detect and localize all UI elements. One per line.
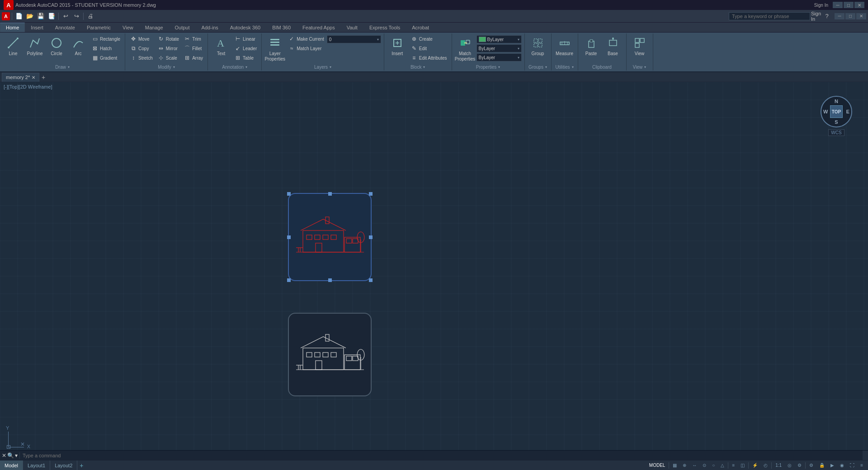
hatch-button[interactable]: ⊠ Hatch bbox=[90, 44, 122, 53]
arc-button[interactable]: Arc bbox=[68, 34, 89, 61]
tab-annotate[interactable]: Annotate bbox=[49, 23, 81, 32]
circle-button[interactable]: Circle bbox=[46, 34, 67, 61]
measure-button[interactable]: Measure bbox=[554, 34, 575, 61]
tab-view[interactable]: View bbox=[117, 23, 139, 32]
canvas-area[interactable]: [-][Top][2D Wireframe] N S E W TOP WCS bbox=[0, 82, 868, 470]
gradient-button[interactable]: ▦ Gradient bbox=[90, 53, 122, 62]
array-button[interactable]: ⊞ Array bbox=[182, 53, 205, 62]
minimize-inner-button[interactable]: ─ bbox=[835, 13, 844, 19]
insert-button[interactable]: Insert bbox=[387, 34, 408, 61]
annotation-visibility[interactable]: ◎ bbox=[785, 462, 794, 468]
lock-ui-button[interactable]: 🔒 bbox=[817, 462, 827, 468]
annotation-auto[interactable]: ⚙ bbox=[795, 462, 804, 468]
snap-button[interactable]: ⊕ bbox=[680, 462, 689, 468]
rotate-button[interactable]: ↻ Rotate bbox=[156, 34, 181, 43]
layout-tab-layout1[interactable]: Layout1 bbox=[23, 461, 50, 470]
mirror-button[interactable]: ⇔ Mirror bbox=[156, 44, 181, 53]
cmd-close-icon[interactable]: ✕ bbox=[2, 452, 6, 459]
workspace-button[interactable]: ⚙ bbox=[807, 462, 816, 468]
minimize-button[interactable]: ─ bbox=[833, 2, 843, 8]
polar-button[interactable]: ⊙ bbox=[700, 462, 708, 468]
clipboard-group-label[interactable]: Clipboard bbox=[581, 64, 623, 70]
transparency-button[interactable]: ◫ bbox=[738, 462, 747, 468]
match-layer-button[interactable]: ≈ Match Layer bbox=[286, 44, 326, 53]
edit-attributes-button[interactable]: ≡ Edit Attributes bbox=[409, 53, 449, 62]
command-scrollbar[interactable] bbox=[863, 451, 868, 460]
redo-button[interactable]: ↪ bbox=[71, 11, 81, 21]
table-button[interactable]: ⊞ Table bbox=[232, 53, 259, 62]
edit-button[interactable]: ✎ Edit bbox=[409, 44, 449, 53]
open-button[interactable]: 📂 bbox=[25, 11, 35, 21]
group-button[interactable]: Group bbox=[528, 34, 548, 61]
view-group-label[interactable]: View ▾ bbox=[629, 64, 650, 70]
document-tab-memory2[interactable]: memory 2* ✕ bbox=[2, 73, 39, 82]
match-properties-button[interactable]: Match Properties bbox=[455, 34, 476, 63]
layer-properties-button[interactable]: Layer Properties bbox=[264, 34, 285, 63]
add-layout-button[interactable]: + bbox=[77, 462, 85, 469]
linear-button[interactable]: ⊢ Linear bbox=[232, 34, 259, 43]
otrack-button[interactable]: △ bbox=[718, 462, 726, 468]
customize-button[interactable]: ≡ bbox=[858, 462, 865, 468]
new-button[interactable]: 📄 bbox=[14, 11, 24, 21]
view-button[interactable]: View bbox=[629, 34, 650, 61]
utilities-group-label[interactable]: Utilities ▾ bbox=[554, 64, 575, 70]
fillet-button[interactable]: ⌒ Fillet bbox=[182, 44, 205, 53]
modify-group-label[interactable]: Modify ▾ bbox=[128, 64, 205, 70]
tab-featured[interactable]: Featured Apps bbox=[297, 23, 341, 32]
search-input[interactable] bbox=[729, 12, 810, 20]
model-status-btn[interactable]: MODEL bbox=[647, 462, 668, 468]
tab-vault[interactable]: Vault bbox=[341, 23, 363, 32]
layer-select[interactable]: 0 ▾ bbox=[327, 35, 381, 43]
properties-group-label[interactable]: Properties ▾ bbox=[455, 64, 522, 70]
signin-link[interactable]: Sign In bbox=[811, 3, 832, 8]
base-button[interactable]: Base bbox=[603, 34, 623, 61]
copy-button[interactable]: ⧉ Copy bbox=[128, 44, 155, 53]
menu-icon[interactable]: A bbox=[2, 12, 10, 20]
close-inner-button[interactable]: ✕ bbox=[856, 13, 866, 19]
draw-group-label[interactable]: Draw ▾ bbox=[3, 64, 122, 70]
fullscreen-button[interactable]: ⛶ bbox=[848, 462, 857, 468]
tab-bim360[interactable]: BIM 360 bbox=[266, 23, 297, 32]
close-button[interactable]: ✕ bbox=[854, 2, 864, 8]
osnap-button[interactable]: ○ bbox=[710, 462, 717, 468]
annotation-group-label[interactable]: Annotation ▾ bbox=[211, 64, 259, 70]
cmd-menu-icon[interactable]: ▾ bbox=[15, 452, 18, 459]
make-current-button[interactable]: ✓ Make Current bbox=[286, 34, 326, 43]
color-select[interactable]: ByLayer ▾ bbox=[476, 35, 522, 43]
saveas-button[interactable]: 📑 bbox=[47, 11, 57, 21]
save-button[interactable]: 💾 bbox=[36, 11, 46, 21]
sc-button[interactable]: ◴ bbox=[761, 462, 770, 468]
annotation-scale[interactable]: 1:1 bbox=[773, 462, 784, 468]
plot-button[interactable]: 🖨 bbox=[85, 11, 95, 21]
tab-insert[interactable]: Insert bbox=[25, 23, 49, 32]
maximize-button[interactable]: □ bbox=[844, 2, 854, 8]
stretch-button[interactable]: ↕ Stretch bbox=[128, 53, 155, 62]
tab-output[interactable]: Output bbox=[169, 23, 196, 32]
cmd-search-icon[interactable]: 🔍 bbox=[7, 452, 14, 459]
groups-group-label[interactable]: Groups ▾ bbox=[528, 64, 548, 70]
qp-button[interactable]: ⚡ bbox=[750, 462, 760, 468]
linetype-select[interactable]: ByLayer ▾ bbox=[476, 44, 522, 52]
layers-group-label[interactable]: Layers ▾ bbox=[264, 64, 381, 70]
line-button[interactable]: Line bbox=[3, 34, 24, 61]
tab-home[interactable]: Home bbox=[0, 23, 25, 32]
layout-tab-model[interactable]: Model bbox=[0, 461, 23, 470]
polyline-button[interactable]: Polyline bbox=[24, 34, 45, 61]
create-button[interactable]: ⊕ Create bbox=[409, 34, 449, 43]
leader-button[interactable]: ↙ Leader bbox=[232, 44, 259, 53]
lineweight-button[interactable]: ≡ bbox=[730, 462, 737, 468]
layout-tab-layout2[interactable]: Layout2 bbox=[50, 461, 77, 470]
help-button[interactable]: ? bbox=[822, 11, 832, 21]
tab-parametric[interactable]: Parametric bbox=[81, 23, 117, 32]
hardwareaccel-button[interactable]: ▶ bbox=[828, 462, 836, 468]
trim-button[interactable]: ✂ Trim bbox=[182, 34, 205, 43]
doc-tab-close[interactable]: ✕ bbox=[32, 75, 35, 80]
undo-button[interactable]: ↩ bbox=[61, 11, 71, 21]
block-group-label[interactable]: Block ▾ bbox=[387, 64, 449, 70]
paste-button[interactable]: Paste bbox=[581, 34, 602, 61]
text-button[interactable]: A Text bbox=[211, 34, 231, 61]
scale-button[interactable]: ⊹ Scale bbox=[156, 53, 181, 62]
sign-in-button[interactable]: Sign In bbox=[811, 11, 821, 21]
ortho-button[interactable]: ↔ bbox=[690, 462, 699, 468]
tab-express[interactable]: Express Tools bbox=[363, 23, 406, 32]
